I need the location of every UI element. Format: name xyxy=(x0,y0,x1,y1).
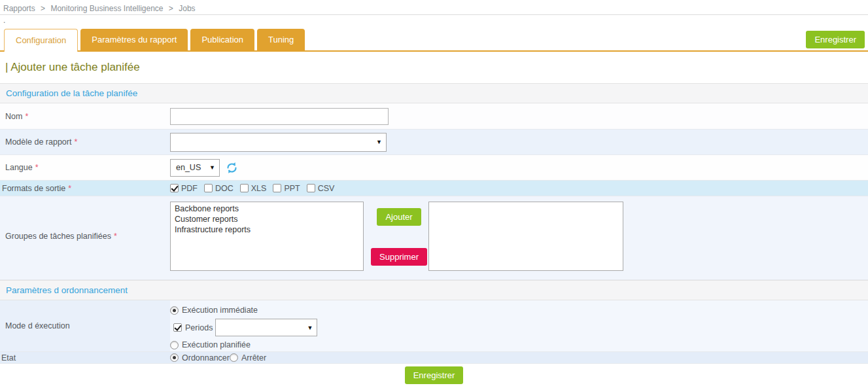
save-button-top[interactable]: Enregistrer xyxy=(806,31,865,48)
list-item[interactable]: Customer reports xyxy=(171,214,363,224)
tab-tuning[interactable]: Tuning xyxy=(257,29,305,50)
format-option-doc: DOC xyxy=(204,184,234,193)
execution-planifiee-option: Exécution planifiée xyxy=(170,340,251,349)
form-row-etat: Etat Ordonnancer Arrêter xyxy=(0,352,868,364)
tab-bar-underline xyxy=(0,50,868,52)
execution-immediate-label: Exécution immédiate xyxy=(182,306,258,315)
groupes-label-text: Groupes de tâches planifiées xyxy=(5,232,111,241)
required-marker: * xyxy=(68,184,71,193)
nom-input[interactable] xyxy=(170,108,389,125)
nom-label: Nom * xyxy=(0,103,170,129)
breadcrumb-divider xyxy=(0,14,868,15)
arreter-label: Arrêter xyxy=(241,353,266,363)
langue-label-text: Langue xyxy=(5,163,33,172)
etat-label-text: Etat xyxy=(1,353,16,363)
tab-publication[interactable]: Publication xyxy=(190,29,254,50)
remove-button[interactable]: Supprimer xyxy=(371,248,427,266)
breadcrumb-item-rapports[interactable]: Rapports xyxy=(3,4,35,13)
mode-label: Mode d éxecution xyxy=(0,300,170,351)
form-row-groupes: Groupes de tâches planifiées * Backbone … xyxy=(0,196,868,280)
format-option-pdf: PDF xyxy=(170,184,198,193)
breadcrumb-item-jobs[interactable]: Jobs xyxy=(179,4,195,13)
groupes-available-listbox[interactable]: Backbone reportsCustomer reportsInfrastr… xyxy=(170,202,364,271)
form-footer: Enregistrer xyxy=(0,366,868,384)
formats-label: Formats de sortie * xyxy=(0,181,170,196)
ordonnancer-label: Ordonnancer xyxy=(182,353,230,363)
periods-label: Periods xyxy=(185,323,213,332)
execution-planifiee-radio[interactable] xyxy=(170,341,179,349)
required-marker: * xyxy=(25,112,28,121)
langue-select-value: en_US xyxy=(176,163,201,172)
page-title: | Ajouter une tâche planifée xyxy=(5,61,140,74)
doc-checkbox[interactable] xyxy=(204,184,213,192)
doc-label: DOC xyxy=(215,184,234,193)
periods-checkbox[interactable] xyxy=(173,323,182,332)
mode-label-text: Mode d éxecution xyxy=(5,321,70,330)
pdf-label: PDF xyxy=(181,184,198,193)
required-marker: * xyxy=(35,163,39,172)
ppt-label: PPT xyxy=(284,184,300,193)
form-area: Configuration de la tâche planifée Nom *… xyxy=(0,83,868,364)
save-button-bottom[interactable]: Enregistrer xyxy=(405,366,464,384)
groupes-selected-listbox[interactable] xyxy=(428,202,623,271)
langue-select[interactable]: en_US ▼ xyxy=(170,159,220,177)
list-item[interactable]: Infrastructure reports xyxy=(171,224,363,235)
modele-select[interactable]: ▼ xyxy=(170,133,387,152)
nom-label-text: Nom xyxy=(5,112,22,121)
execution-planifiee-label: Exécution planifiée xyxy=(182,340,251,349)
form-row-langue: Langue * en_US ▼ xyxy=(0,155,868,181)
tab-parametres-du-rapport[interactable]: Paramètres du rapport xyxy=(80,29,188,50)
dropdown-arrow-icon: ▼ xyxy=(307,325,313,331)
groupes-label: Groupes de tâches planifiées * xyxy=(0,202,170,271)
format-option-ppt: PPT xyxy=(273,184,300,193)
langue-label: Langue * xyxy=(0,155,170,180)
periods-option: Periods ▼ xyxy=(173,319,317,336)
etat-label: Etat xyxy=(0,352,170,363)
dropdown-arrow-icon: ▼ xyxy=(376,139,382,145)
required-marker: * xyxy=(114,232,117,241)
xls-checkbox[interactable] xyxy=(240,184,249,192)
modele-label: Modèle de rapport * xyxy=(0,130,170,154)
format-option-csv: CSV xyxy=(307,184,335,193)
breadcrumb-item-monitoring-bi[interactable]: Monitoring Business Intelligence xyxy=(50,4,163,13)
ordonnancer-radio[interactable] xyxy=(170,353,179,362)
csv-checkbox[interactable] xyxy=(307,184,315,192)
etat-arreter-option: Arrêter xyxy=(230,353,266,363)
tab-configuration[interactable]: Configuration xyxy=(4,29,78,52)
form-row-formats-de-sortie: Formats de sortie * PDF DOC XLS PPT xyxy=(0,181,868,196)
breadcrumb-separator: > xyxy=(41,4,45,13)
section-header-configuration: Configuration de la tâche planifée xyxy=(0,83,868,103)
etat-ordonnancer-option: Ordonnancer xyxy=(170,353,230,363)
refresh-icon[interactable] xyxy=(226,162,238,174)
section-header-ordonnancement: Paramètres d ordonnancement xyxy=(0,280,868,300)
csv-label: CSV xyxy=(318,184,335,193)
periods-select[interactable]: ▼ xyxy=(215,319,317,336)
tab-bar: Configuration Paramètres du rapport Publ… xyxy=(4,29,868,50)
groupes-transfer-buttons: Ajouter Supprimer xyxy=(373,202,425,271)
dropdown-arrow-icon: ▼ xyxy=(209,164,215,171)
ppt-checkbox[interactable] xyxy=(273,184,281,192)
form-row-modele-de-rapport: Modèle de rapport * ▼ xyxy=(0,130,868,155)
required-marker: * xyxy=(74,137,77,147)
format-option-xls: XLS xyxy=(240,184,267,193)
modele-label-text: Modèle de rapport xyxy=(5,137,71,147)
formats-label-text: Formats de sortie xyxy=(2,184,65,193)
execution-immediate-radio[interactable] xyxy=(170,306,179,315)
form-row-mode-execution: Mode d éxecution Exécution immédiate Per… xyxy=(0,300,868,352)
breadcrumb-separator: > xyxy=(169,4,173,13)
execution-immediate-option: Exécution immédiate xyxy=(170,306,258,315)
add-button[interactable]: Ajouter xyxy=(377,208,421,226)
stray-dot: . xyxy=(3,16,5,25)
arreter-radio[interactable] xyxy=(230,353,238,362)
xls-label: XLS xyxy=(251,184,267,193)
form-row-nom: Nom * xyxy=(0,103,868,130)
breadcrumb: Rapports > Monitoring Business Intellige… xyxy=(3,4,196,13)
pdf-checkbox[interactable] xyxy=(170,184,179,192)
list-item[interactable]: Backbone reports xyxy=(171,204,363,214)
